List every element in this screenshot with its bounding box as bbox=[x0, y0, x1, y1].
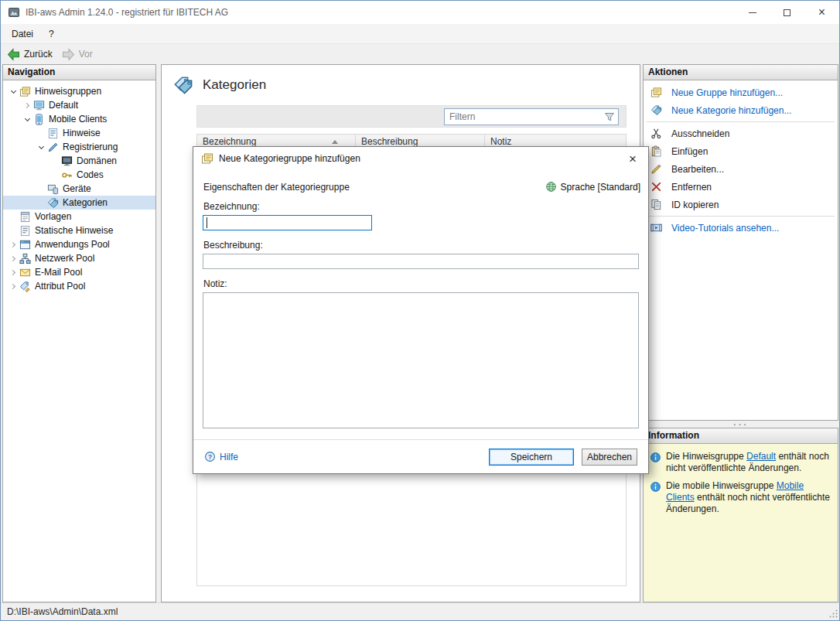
category-group-icon bbox=[201, 152, 213, 165]
network-icon bbox=[19, 253, 31, 264]
nav-item-anwendungs-pool[interactable]: Anwendungs Pool bbox=[3, 237, 155, 251]
filter-input[interactable] bbox=[445, 111, 603, 122]
action-neue-kategorie-hinzufuegen[interactable]: Neue Kategorie hinzufügen... bbox=[644, 101, 838, 119]
action-id-kopieren[interactable]: ID kopieren bbox=[644, 196, 838, 213]
action-video-tutorials-ansehen[interactable]: Video-Tutorials ansehen... bbox=[644, 219, 838, 237]
remove-icon bbox=[650, 181, 662, 193]
tree-expander bbox=[36, 196, 47, 210]
nav-item-hinweisgruppen[interactable]: Hinweisgruppen bbox=[3, 84, 155, 98]
nav-item-vorlagen[interactable]: Vorlagen bbox=[3, 210, 155, 223]
nav-item-statische-hinweise[interactable]: Statische Hinweise bbox=[3, 223, 155, 237]
tree-expander bbox=[36, 182, 47, 196]
action-bearbeiten[interactable]: Bearbeiten... bbox=[644, 160, 838, 178]
info-item: Die mobile Hinweisgruppe Mobile Clients … bbox=[647, 476, 835, 517]
resize-grip-icon[interactable] bbox=[828, 608, 838, 619]
panel-splitter[interactable]: ··· bbox=[643, 420, 838, 428]
svg-text:?: ? bbox=[208, 453, 212, 461]
content-header: Kategorien bbox=[162, 65, 640, 95]
tree-expander bbox=[8, 223, 19, 237]
toolbar: Zurück Vor bbox=[1, 43, 839, 64]
forward-button-label: Vor bbox=[79, 49, 93, 60]
tree-expander[interactable] bbox=[8, 265, 19, 279]
dialog-section-title: Eigenschaften der Kategoriegruppe bbox=[203, 182, 350, 193]
attribute-icon bbox=[19, 281, 31, 292]
filter-toolbar bbox=[196, 105, 627, 128]
status-path: D:\IBI-aws\Admin\Data.xml bbox=[7, 606, 118, 617]
menu-item-help[interactable]: ? bbox=[41, 26, 62, 42]
nav-item-label: Default bbox=[49, 100, 78, 111]
window-controls: × bbox=[735, 1, 839, 24]
action-entfernen[interactable]: Entfernen bbox=[644, 178, 838, 196]
action-ausschneiden[interactable]: Ausschneiden bbox=[644, 125, 838, 142]
tree-expander[interactable] bbox=[22, 98, 33, 112]
language-selector[interactable]: Sprache [Standard] bbox=[545, 181, 640, 193]
action-label: Einfügen bbox=[671, 146, 708, 157]
navigation-panel-header: Navigation bbox=[3, 65, 155, 80]
nav-item-kategorien[interactable]: Kategorien bbox=[3, 196, 155, 210]
back-arrow-icon bbox=[7, 48, 20, 61]
nav-item-attribut-pool[interactable]: Attribut Pool bbox=[3, 279, 155, 293]
nav-item-domaenen[interactable]: Domänen bbox=[3, 154, 155, 168]
dialog-footer: ? Hilfe Speichern Abbrechen bbox=[193, 439, 648, 473]
key-icon bbox=[61, 169, 73, 181]
info-link-default[interactable]: Default bbox=[746, 451, 776, 462]
nav-item-label: Kategorien bbox=[63, 197, 108, 208]
action-label: Neue Kategorie hinzufügen... bbox=[671, 105, 791, 116]
cancel-button[interactable]: Abbrechen bbox=[582, 449, 637, 466]
help-icon: ? bbox=[204, 451, 216, 462]
text-caret bbox=[207, 217, 207, 228]
minimize-icon[interactable] bbox=[735, 1, 770, 24]
save-button[interactable]: Speichern bbox=[489, 449, 574, 466]
tree-expander[interactable] bbox=[36, 140, 47, 154]
tree-expander bbox=[50, 168, 61, 182]
nav-item-registrierung[interactable]: Registrierung bbox=[3, 140, 155, 154]
nav-item-e-mail-pool[interactable]: E-Mail Pool bbox=[3, 265, 155, 279]
app-window: IBI-aws Admin 1.24.0 - registriert für I… bbox=[0, 0, 840, 621]
title-bar: IBI-aws Admin 1.24.0 - registriert für I… bbox=[1, 1, 839, 24]
action-label: Video-Tutorials ansehen... bbox=[671, 223, 779, 234]
tree-expander[interactable] bbox=[22, 112, 33, 126]
tree-expander[interactable] bbox=[8, 279, 19, 293]
maximize-icon[interactable] bbox=[770, 1, 804, 24]
action-einfuegen[interactable]: Einfügen bbox=[644, 142, 838, 160]
info-icon bbox=[650, 452, 661, 463]
back-button[interactable]: Zurück bbox=[7, 48, 53, 61]
chevron-down-icon bbox=[39, 143, 44, 148]
nav-item-netzwerk-pool[interactable]: Netzwerk Pool bbox=[3, 251, 155, 265]
bezeichnung-label: Bezeichnung: bbox=[203, 201, 260, 212]
info-text: Die Hinweisgruppe Default enthält noch n… bbox=[666, 451, 831, 474]
help-link-label: Hilfe bbox=[220, 452, 238, 462]
forward-button[interactable]: Vor bbox=[62, 48, 93, 61]
close-icon[interactable]: × bbox=[804, 1, 839, 24]
menu-item-datei[interactable]: Datei bbox=[4, 26, 41, 42]
nav-item-hinweise[interactable]: Hinweise bbox=[3, 126, 155, 140]
beschreibung-input[interactable] bbox=[203, 254, 639, 269]
menu-bar: Datei? bbox=[1, 24, 839, 43]
nav-item-label: E-Mail Pool bbox=[35, 267, 82, 278]
action-label: Ausschneiden bbox=[671, 128, 729, 139]
app-icon[interactable] bbox=[8, 6, 20, 19]
nav-item-label: Netzwerk Pool bbox=[35, 253, 94, 264]
nav-item-label: Hinweise bbox=[63, 128, 101, 138]
information-list: Die Hinweisgruppe Default enthält noch n… bbox=[644, 444, 838, 519]
bezeichnung-input[interactable] bbox=[203, 215, 372, 230]
notiz-textarea[interactable] bbox=[203, 292, 639, 428]
tree-expander[interactable] bbox=[8, 84, 19, 98]
nav-item-label: Hinweisgruppen bbox=[35, 86, 101, 97]
action-neue-gruppe-hinzufuegen[interactable]: Neue Gruppe hinzufügen... bbox=[644, 84, 838, 101]
nav-item-codes[interactable]: Codes bbox=[3, 168, 155, 182]
nav-item-geraete[interactable]: Geräte bbox=[3, 182, 155, 196]
separator bbox=[647, 121, 835, 122]
info-text: Die mobile Hinweisgruppe Mobile Clients … bbox=[666, 480, 831, 515]
tree-expander[interactable] bbox=[8, 251, 19, 265]
nav-item-default[interactable]: Default bbox=[3, 98, 155, 112]
nav-item-label: Vorlagen bbox=[35, 211, 71, 222]
dialog-close-icon[interactable]: × bbox=[623, 152, 642, 165]
help-link[interactable]: ? Hilfe bbox=[204, 451, 238, 462]
tree-expander[interactable] bbox=[8, 237, 19, 251]
new-group-icon bbox=[650, 87, 662, 98]
pencil-icon bbox=[650, 163, 662, 175]
categories-icon bbox=[173, 75, 193, 95]
nav-item-mobile-clients[interactable]: Mobile Clients bbox=[3, 112, 155, 126]
filter-funnel-icon[interactable] bbox=[603, 111, 616, 123]
